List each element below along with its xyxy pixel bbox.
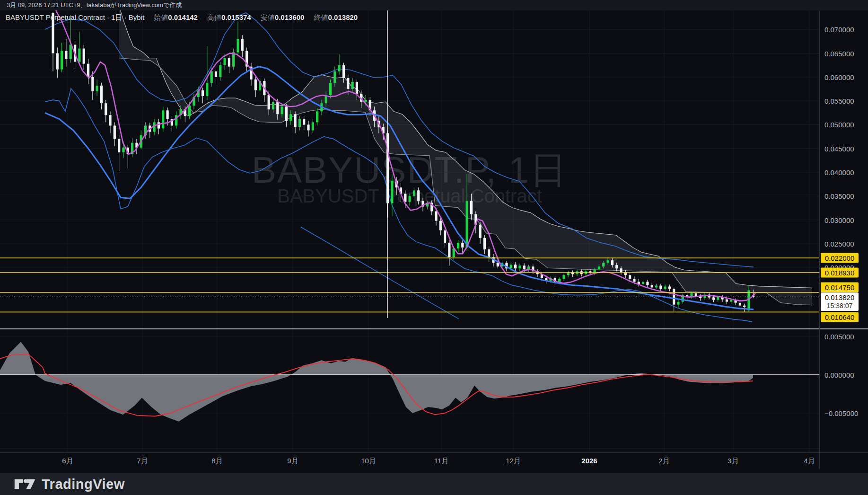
symbol-legend[interactable]: BABYUSDT Perpetual Contract · 1日 · Bybit… <box>6 13 358 22</box>
ichimoku-cloud <box>119 7 812 305</box>
time-label-month: 9月 <box>287 453 298 469</box>
symbol-title[interactable]: BABYUSDT Perpetual Contract · 1日 · Bybit <box>6 13 144 21</box>
time-label-month: 10月 <box>361 453 376 469</box>
price-tick: 0.035000 <box>824 192 854 200</box>
level-price-label[interactable]: 0.022000 <box>821 253 859 263</box>
ma-blue-line <box>45 67 754 309</box>
price-tick: 0.030000 <box>824 216 854 224</box>
time-label-month: 11月 <box>434 453 449 469</box>
price-tick: 0.025000 <box>824 239 854 248</box>
time-label-month: 3月 <box>728 453 738 469</box>
price-tick: 0.070000 <box>824 26 854 34</box>
macd-area <box>0 342 753 422</box>
price-tick: 0.040000 <box>824 168 854 177</box>
macd-tick: −0.005000 <box>824 409 858 417</box>
level-price-label[interactable]: 0.018930 <box>821 267 859 277</box>
bar-countdown: 15:38:07 <box>821 302 859 310</box>
ohlc-high: 高値0.015374 <box>207 13 251 21</box>
price-tick: 0.050000 <box>824 121 854 129</box>
price-tick: 0.060000 <box>824 73 854 81</box>
price-axis[interactable]: 0.0700000.0650000.0600000.0550000.050000… <box>819 10 868 468</box>
ohlc-close: 終値0.013820 <box>314 13 358 21</box>
price-tick: 0.055000 <box>824 97 854 105</box>
time-label-month: 6月 <box>62 453 73 469</box>
price-tick: 0.045000 <box>824 144 854 152</box>
chart-window: 3月 09, 2026 17:21 UTC+9、takatabaがTrading… <box>0 0 868 495</box>
price-tick: 0.065000 <box>824 49 854 57</box>
time-label-month: 7月 <box>137 453 148 469</box>
ohlc-open: 始値0.014142 <box>154 13 198 21</box>
time-label-year: 2026 <box>581 453 597 469</box>
macd-tick: 0.000000 <box>824 371 854 379</box>
level-price-label[interactable]: 0.014750 <box>821 283 859 292</box>
price-chart-canvas[interactable] <box>0 0 868 495</box>
tradingview-logo-icon[interactable] <box>14 478 36 490</box>
time-label-month: 4月 <box>804 453 815 469</box>
time-label-month: 12月 <box>506 453 521 469</box>
ohlc-low: 安値0.013600 <box>261 13 305 21</box>
time-label-month: 2月 <box>658 453 669 469</box>
last-price-label: 0.013820 15:38:07 <box>821 292 859 311</box>
level-price-label[interactable]: 0.010640 <box>821 312 859 322</box>
footer-bar: TradingView <box>0 473 868 495</box>
time-label-month: 8月 <box>211 453 222 469</box>
macd-tick: 0.005000 <box>824 333 854 341</box>
tradingview-brand-text[interactable]: TradingView <box>42 477 125 492</box>
macd-pane <box>0 342 819 449</box>
time-axis[interactable]: 6月7月8月9月10月11月12月20262月3月4月 <box>0 452 868 469</box>
last-price-value: 0.013820 <box>821 293 859 302</box>
